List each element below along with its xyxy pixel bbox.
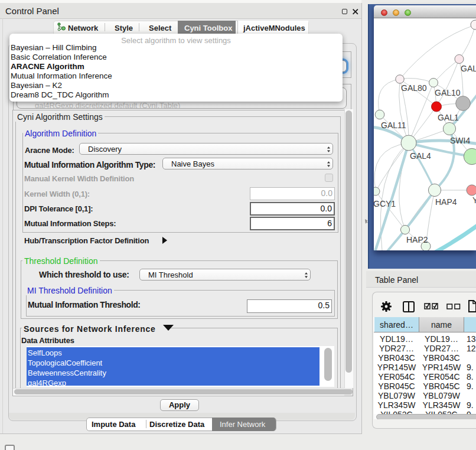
svg-text:GAL1: GAL1: [438, 113, 459, 122]
svg-text:GAL4: GAL4: [410, 151, 431, 161]
svg-text:GAL11: GAL11: [381, 120, 406, 130]
svg-text:HAP4: HAP4: [435, 197, 457, 207]
svg-text:SWI4: SWI4: [450, 136, 470, 145]
svg-text:GCY1: GCY1: [374, 199, 396, 208]
svg-text:Y: Y: [472, 195, 476, 205]
svg-text:GAL8: GAL8: [461, 64, 476, 73]
svg-text:HAP2: HAP2: [406, 235, 428, 244]
svg-text:GAL80: GAL80: [401, 83, 427, 93]
svg-text:GAL10: GAL10: [435, 88, 461, 97]
